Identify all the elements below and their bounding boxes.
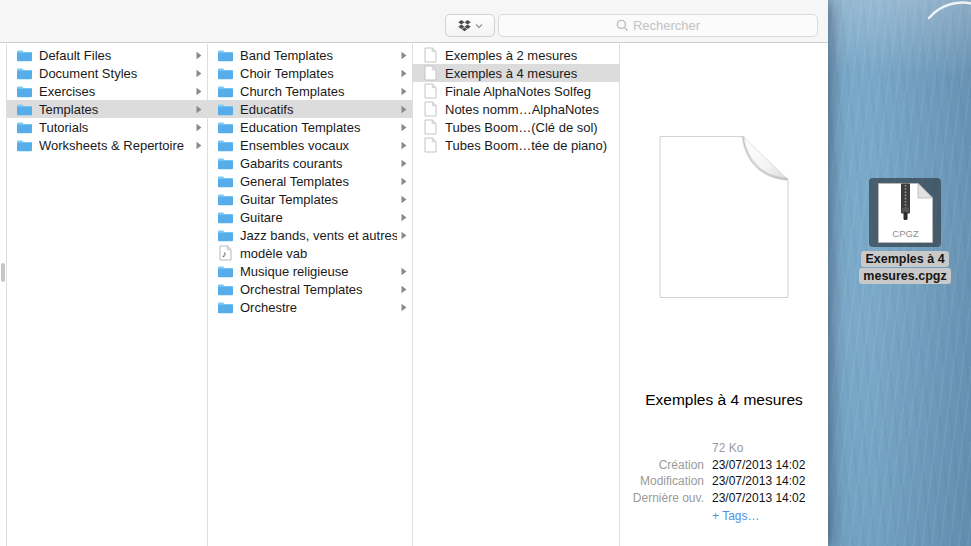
document-icon bbox=[424, 65, 437, 81]
row-label: Education Templates bbox=[240, 120, 397, 135]
document-icon bbox=[424, 101, 437, 117]
row-label: Orchestre bbox=[240, 300, 397, 315]
finder-window: Rechercher Default FilesDocument StylesE… bbox=[0, 0, 828, 546]
row-label: Default Files bbox=[39, 48, 192, 63]
disclosure-arrow-icon bbox=[196, 141, 202, 150]
detail-row: Création23/07/2013 14:02 bbox=[620, 457, 828, 474]
detail-label: Création bbox=[620, 457, 704, 474]
disclosure-arrow-icon bbox=[401, 195, 407, 204]
folder-icon bbox=[217, 301, 234, 314]
folder-row[interactable]: Educatifs bbox=[208, 100, 412, 118]
disclosure-arrow-icon bbox=[196, 105, 202, 114]
folder-row[interactable]: Guitare bbox=[208, 208, 412, 226]
browser-column-3: Exemples à 2 mesuresExemples à 4 mesures… bbox=[413, 44, 620, 546]
folder-row[interactable]: Templates bbox=[7, 100, 207, 118]
cpgz-archive-icon: CPGZ bbox=[877, 182, 934, 244]
folder-row[interactable]: Jazz bands, vents et autres bbox=[208, 226, 412, 244]
detail-label: Modification bbox=[620, 473, 704, 490]
music-document-icon: ♪ bbox=[219, 245, 232, 261]
folder-icon bbox=[217, 85, 234, 98]
file-row[interactable]: Tubes Boom…(Clé de sol) bbox=[413, 118, 619, 136]
row-label: Tutorials bbox=[39, 120, 192, 135]
row-label: Educatifs bbox=[240, 102, 397, 117]
browser-column-2: Band TemplatesChoir TemplatesChurch Temp… bbox=[208, 44, 413, 546]
folder-icon bbox=[16, 139, 33, 152]
preview-file-title: Exemples à 4 mesures bbox=[620, 391, 828, 409]
folder-row[interactable]: Guitar Templates bbox=[208, 190, 412, 208]
scrollbar-thumb[interactable] bbox=[1, 263, 5, 282]
disclosure-arrow-icon bbox=[401, 177, 407, 186]
folder-icon bbox=[217, 193, 234, 206]
desktop-file-icon-cpgz[interactable]: CPGZ Exemples à 4 mesures.cpgz bbox=[845, 178, 965, 285]
folder-row[interactable]: Tutorials bbox=[7, 118, 207, 136]
folder-row[interactable]: Musique religieuse bbox=[208, 262, 412, 280]
folder-icon bbox=[16, 49, 33, 62]
disclosure-arrow-icon bbox=[401, 267, 407, 276]
folder-row[interactable]: Orchestral Templates bbox=[208, 280, 412, 298]
folder-row[interactable]: Gabarits courants bbox=[208, 154, 412, 172]
browser-column-1: Default FilesDocument StylesExercisesTem… bbox=[7, 44, 208, 546]
folder-row[interactable]: Church Templates bbox=[208, 82, 412, 100]
folder-icon bbox=[217, 121, 234, 134]
row-label: Ensembles vocaux bbox=[240, 138, 397, 153]
svg-text:CPGZ: CPGZ bbox=[892, 228, 919, 239]
folder-row[interactable]: Worksheets & Repertoire bbox=[7, 136, 207, 154]
folder-icon bbox=[16, 67, 33, 80]
folder-icon bbox=[217, 211, 234, 224]
disclosure-arrow-icon bbox=[196, 87, 202, 96]
disclosure-arrow-icon bbox=[401, 141, 407, 150]
folder-row[interactable]: Document Styles bbox=[7, 64, 207, 82]
folder-icon bbox=[217, 49, 234, 62]
row-label: Guitare bbox=[240, 210, 397, 225]
folder-row[interactable]: Ensembles vocaux bbox=[208, 136, 412, 154]
folder-icon bbox=[217, 229, 234, 242]
document-preview-thumbnail bbox=[659, 135, 789, 299]
file-row[interactable]: Tubes Boom…tée de piano) bbox=[413, 136, 619, 154]
row-label: Tubes Boom…(Clé de sol) bbox=[445, 120, 614, 135]
icon-selection-highlight: CPGZ bbox=[869, 178, 941, 247]
search-placeholder: Rechercher bbox=[633, 18, 700, 33]
detail-row: Dernière ouv.23/07/2013 14:02 bbox=[620, 490, 828, 507]
disclosure-arrow-icon bbox=[401, 123, 407, 132]
disclosure-arrow-icon bbox=[196, 51, 202, 60]
preview-column: Exemples à 4 mesures 72 KoCréation23/07/… bbox=[620, 44, 828, 546]
svg-text:♪: ♪ bbox=[222, 249, 227, 259]
toolbar: Rechercher bbox=[0, 0, 828, 43]
wallpaper-wisp bbox=[911, 0, 971, 22]
document-icon bbox=[424, 47, 437, 63]
file-row[interactable]: Exemples à 4 mesures bbox=[413, 64, 619, 82]
row-label: Worksheets & Repertoire bbox=[39, 138, 192, 153]
row-label: Document Styles bbox=[39, 66, 192, 81]
document-icon bbox=[424, 83, 437, 99]
desktop-file-label[interactable]: Exemples à 4 mesures.cpgz bbox=[845, 251, 965, 284]
detail-value: 23/07/2013 14:02 bbox=[712, 490, 805, 507]
row-label: Finale AlphaNotes Solfeg bbox=[445, 84, 614, 99]
row-label: modèle vab bbox=[240, 246, 407, 261]
folder-row[interactable]: Choir Templates bbox=[208, 64, 412, 82]
file-row[interactable]: Finale AlphaNotes Solfeg bbox=[413, 82, 619, 100]
detail-value: 72 Ko bbox=[712, 440, 743, 457]
file-row[interactable]: Notes nomm…AlphaNotes bbox=[413, 100, 619, 118]
chevron-down-icon bbox=[475, 23, 483, 29]
search-input[interactable]: Rechercher bbox=[498, 14, 818, 37]
add-tags-link[interactable]: + Tags… bbox=[712, 509, 759, 523]
folder-row[interactable]: Orchestre bbox=[208, 298, 412, 316]
folder-row[interactable]: Default Files bbox=[7, 46, 207, 64]
folder-row[interactable]: Band Templates bbox=[208, 46, 412, 64]
folder-row[interactable]: General Templates bbox=[208, 172, 412, 190]
folder-icon bbox=[217, 67, 234, 80]
dropbox-toolbar-button[interactable] bbox=[445, 14, 495, 37]
folder-icon bbox=[217, 139, 234, 152]
column-edge-strip bbox=[0, 44, 7, 546]
folder-row[interactable]: Education Templates bbox=[208, 118, 412, 136]
disclosure-arrow-icon bbox=[401, 213, 407, 222]
row-label: Choir Templates bbox=[240, 66, 397, 81]
disclosure-arrow-icon bbox=[196, 69, 202, 78]
row-label: Gabarits courants bbox=[240, 156, 397, 171]
disclosure-arrow-icon bbox=[401, 285, 407, 294]
file-row[interactable]: ♪modèle vab bbox=[208, 244, 412, 262]
folder-row[interactable]: Exercises bbox=[7, 82, 207, 100]
file-row[interactable]: Exemples à 2 mesures bbox=[413, 46, 619, 64]
dropbox-icon bbox=[457, 18, 472, 33]
row-label: Tubes Boom…tée de piano) bbox=[445, 138, 614, 153]
